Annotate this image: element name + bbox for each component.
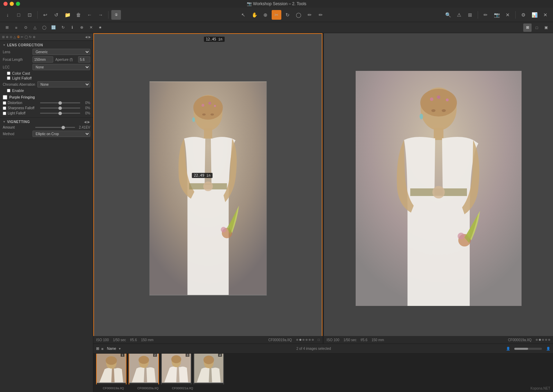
- panel-icon-active[interactable]: ①: [17, 35, 20, 39]
- lens-select[interactable]: Generic: [32, 49, 90, 55]
- histogram-button[interactable]: 📊: [529, 10, 539, 20]
- svg-point-27: [458, 233, 465, 240]
- purple-fringing-row: Purple Fringing: [3, 93, 90, 100]
- vignetting-toggle[interactable]: ▼ VIGNETTING ◀ ▶: [3, 119, 90, 125]
- distortion-checkbox[interactable]: [3, 101, 6, 105]
- edit-button[interactable]: ✏: [481, 10, 490, 20]
- color-cast-checkbox[interactable]: [7, 72, 10, 75]
- tools-11-btn[interactable]: ★: [96, 24, 104, 32]
- sharpness-falloff-thumb[interactable]: [58, 106, 62, 110]
- tools-7-btn[interactable]: ↻: [59, 24, 67, 32]
- circle-tool[interactable]: ◯: [294, 10, 303, 20]
- filmstrip-sort-arrow[interactable]: ▼: [118, 347, 121, 351]
- light-falloff-row: Light Falloff: [3, 76, 90, 81]
- panel-icon-2[interactable]: ⊕: [6, 35, 9, 39]
- distortion-thumb[interactable]: [58, 101, 62, 105]
- filmstrip-grid-icon[interactable]: ⊞: [96, 346, 99, 351]
- back-button[interactable]: ←: [85, 10, 94, 20]
- panel-collapse-icon[interactable]: ▶: [88, 35, 91, 39]
- svg-point-13: [221, 227, 226, 232]
- sharpness-falloff-checkbox[interactable]: [3, 106, 6, 110]
- light-falloff-checkbox[interactable]: [7, 76, 10, 80]
- filmstrip-slider[interactable]: [514, 348, 542, 350]
- tools-10-btn[interactable]: ✕: [87, 24, 95, 32]
- lens-correction-toggle[interactable]: ▼ LENS CORRECTION: [3, 42, 90, 48]
- image-panel-2[interactable]: ISO 100 1/50 sec f/5.6 150 mm CF000019a.…: [324, 33, 553, 344]
- image-panel-1[interactable]: 12.45 in 22.49 in: [93, 33, 322, 344]
- thumbnail-1[interactable]: 1: [96, 354, 126, 384]
- tools-6-btn[interactable]: 🔢: [49, 24, 58, 32]
- light-falloff-thumb[interactable]: [58, 112, 62, 115]
- grid-button[interactable]: ⊡: [25, 10, 35, 20]
- thumbnail-3[interactable]: 3: [161, 354, 191, 384]
- search-button[interactable]: 🔍: [443, 10, 453, 20]
- step-button[interactable]: ①: [111, 10, 121, 20]
- tools-4-btn[interactable]: △: [31, 24, 39, 32]
- capture-button[interactable]: □: [14, 10, 24, 20]
- maximize-button[interactable]: [16, 2, 20, 6]
- rotate-tool[interactable]: ↻: [283, 10, 292, 20]
- grid-view-button[interactable]: ⊞: [465, 10, 475, 20]
- amount-track[interactable]: [35, 127, 75, 128]
- eraser-tool[interactable]: ✏: [316, 10, 326, 20]
- exit-button[interactable]: ✕: [541, 10, 550, 20]
- delete-button[interactable]: 🗑: [74, 10, 83, 20]
- compare-view-button[interactable]: ▣: [542, 24, 550, 32]
- undo-button[interactable]: ↩: [40, 10, 50, 20]
- forward-button[interactable]: →: [96, 10, 105, 20]
- thumbnail-4[interactable]: 4: [194, 354, 224, 384]
- pan-tool[interactable]: ✋: [250, 10, 259, 20]
- panel-icon-6[interactable]: ✏: [21, 35, 24, 39]
- tools-5-btn[interactable]: ◯: [40, 24, 48, 32]
- zoom-tool[interactable]: ⊕: [261, 10, 270, 20]
- camera-button[interactable]: 📷: [492, 10, 502, 20]
- image1-grid-icon: □: [318, 338, 320, 342]
- panel-icon-1[interactable]: ⊞: [2, 35, 5, 39]
- single-view-button[interactable]: □: [533, 24, 541, 32]
- focal-input[interactable]: [32, 56, 53, 63]
- dual-view-button[interactable]: ⊞: [523, 24, 532, 32]
- titlebar: 📷 Workshop Session – 2. Tools: [0, 0, 553, 8]
- method-select[interactable]: Elliptic on Crop: [32, 131, 90, 137]
- tools-1-btn[interactable]: ⊞: [3, 24, 11, 32]
- panel-icon-7[interactable]: ◯: [25, 35, 28, 39]
- settings-button[interactable]: ⚙: [518, 10, 528, 20]
- close-button[interactable]: [3, 2, 8, 6]
- light-falloff-slider-checkbox[interactable]: [3, 112, 6, 115]
- thumb-2-status: [129, 383, 158, 385]
- panel-icon-4[interactable]: △: [13, 35, 16, 39]
- tools-3-btn[interactable]: ⊙: [21, 24, 30, 32]
- minimize-button[interactable]: [10, 2, 14, 6]
- tools-9-btn[interactable]: ⊕: [77, 24, 86, 32]
- image1-statusbar: ISO 100 1/50 sec f/5.6 150 mm CF000019a.…: [93, 336, 322, 344]
- panel-icon-3[interactable]: ⊙: [10, 35, 12, 39]
- amount-thumb[interactable]: [62, 126, 65, 129]
- tools-2-btn[interactable]: ≡: [12, 24, 20, 32]
- import-button[interactable]: 📁: [63, 10, 72, 20]
- close-panel-button[interactable]: ✕: [503, 10, 513, 20]
- crop-tool[interactable]: ✂: [272, 10, 281, 20]
- redo-button[interactable]: ↺: [51, 10, 61, 20]
- pen-tool[interactable]: ✏: [305, 10, 315, 20]
- sharpness-falloff-track[interactable]: [40, 108, 80, 109]
- panel-icon-8[interactable]: ↻: [29, 35, 32, 39]
- panel-expand-icon[interactable]: ◀: [85, 35, 87, 39]
- enable-checkbox[interactable]: [7, 89, 10, 92]
- svg-point-18: [432, 186, 445, 198]
- select-tool[interactable]: ↖: [238, 10, 248, 20]
- download-button[interactable]: ↓: [3, 10, 12, 20]
- chromatic-select[interactable]: None: [37, 81, 90, 87]
- panel-icon-9[interactable]: ⊕: [33, 35, 36, 39]
- lens-correction-label: LENS CORRECTION: [7, 43, 43, 47]
- light-falloff-track[interactable]: [40, 113, 80, 114]
- dot2-2: [539, 339, 541, 341]
- lcc-select[interactable]: None: [32, 64, 90, 70]
- tools-8-btn[interactable]: ℹ: [68, 24, 76, 32]
- filmstrip-list-icon[interactable]: ≡: [101, 347, 103, 351]
- purple-fringing-checkbox[interactable]: [3, 95, 7, 100]
- svg-point-36: [171, 355, 181, 363]
- distortion-track[interactable]: [40, 102, 80, 103]
- alert-button[interactable]: ⚠: [454, 10, 464, 20]
- thumbnail-2[interactable]: 2: [129, 354, 159, 384]
- aperture-input[interactable]: [78, 56, 90, 63]
